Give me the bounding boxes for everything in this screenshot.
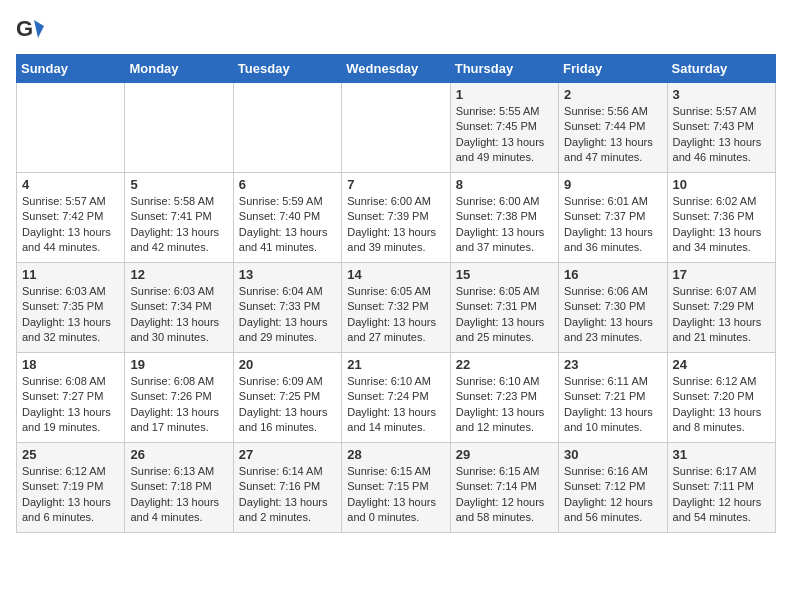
day-number: 17	[673, 267, 770, 282]
day-content: Sunrise: 6:15 AM Sunset: 7:15 PM Dayligh…	[347, 464, 444, 526]
day-content: Sunrise: 6:12 AM Sunset: 7:20 PM Dayligh…	[673, 374, 770, 436]
calendar-week-row: 18Sunrise: 6:08 AM Sunset: 7:27 PM Dayli…	[17, 353, 776, 443]
calendar-cell: 1Sunrise: 5:55 AM Sunset: 7:45 PM Daylig…	[450, 83, 558, 173]
day-content: Sunrise: 5:58 AM Sunset: 7:41 PM Dayligh…	[130, 194, 227, 256]
day-content: Sunrise: 5:59 AM Sunset: 7:40 PM Dayligh…	[239, 194, 336, 256]
day-content: Sunrise: 5:57 AM Sunset: 7:43 PM Dayligh…	[673, 104, 770, 166]
calendar-cell: 14Sunrise: 6:05 AM Sunset: 7:32 PM Dayli…	[342, 263, 450, 353]
day-number: 1	[456, 87, 553, 102]
calendar-cell: 22Sunrise: 6:10 AM Sunset: 7:23 PM Dayli…	[450, 353, 558, 443]
day-content: Sunrise: 6:14 AM Sunset: 7:16 PM Dayligh…	[239, 464, 336, 526]
day-content: Sunrise: 6:05 AM Sunset: 7:31 PM Dayligh…	[456, 284, 553, 346]
day-number: 28	[347, 447, 444, 462]
header-cell-wednesday: Wednesday	[342, 55, 450, 83]
header-cell-monday: Monday	[125, 55, 233, 83]
day-content: Sunrise: 6:00 AM Sunset: 7:39 PM Dayligh…	[347, 194, 444, 256]
day-content: Sunrise: 6:10 AM Sunset: 7:23 PM Dayligh…	[456, 374, 553, 436]
calendar-cell: 23Sunrise: 6:11 AM Sunset: 7:21 PM Dayli…	[559, 353, 667, 443]
day-number: 3	[673, 87, 770, 102]
day-number: 19	[130, 357, 227, 372]
day-number: 20	[239, 357, 336, 372]
day-number: 24	[673, 357, 770, 372]
day-content: Sunrise: 6:06 AM Sunset: 7:30 PM Dayligh…	[564, 284, 661, 346]
day-number: 12	[130, 267, 227, 282]
day-number: 15	[456, 267, 553, 282]
header: G	[16, 16, 776, 44]
calendar-cell: 31Sunrise: 6:17 AM Sunset: 7:11 PM Dayli…	[667, 443, 775, 533]
svg-text:G: G	[16, 16, 33, 41]
day-content: Sunrise: 6:15 AM Sunset: 7:14 PM Dayligh…	[456, 464, 553, 526]
day-number: 10	[673, 177, 770, 192]
calendar-week-row: 25Sunrise: 6:12 AM Sunset: 7:19 PM Dayli…	[17, 443, 776, 533]
day-content: Sunrise: 6:12 AM Sunset: 7:19 PM Dayligh…	[22, 464, 119, 526]
calendar-cell: 28Sunrise: 6:15 AM Sunset: 7:15 PM Dayli…	[342, 443, 450, 533]
day-content: Sunrise: 6:17 AM Sunset: 7:11 PM Dayligh…	[673, 464, 770, 526]
day-number: 5	[130, 177, 227, 192]
calendar-cell	[125, 83, 233, 173]
day-number: 13	[239, 267, 336, 282]
calendar-table: SundayMondayTuesdayWednesdayThursdayFrid…	[16, 54, 776, 533]
day-number: 23	[564, 357, 661, 372]
day-number: 22	[456, 357, 553, 372]
calendar-cell: 18Sunrise: 6:08 AM Sunset: 7:27 PM Dayli…	[17, 353, 125, 443]
calendar-cell: 10Sunrise: 6:02 AM Sunset: 7:36 PM Dayli…	[667, 173, 775, 263]
day-number: 18	[22, 357, 119, 372]
day-content: Sunrise: 6:13 AM Sunset: 7:18 PM Dayligh…	[130, 464, 227, 526]
day-number: 4	[22, 177, 119, 192]
day-content: Sunrise: 6:03 AM Sunset: 7:35 PM Dayligh…	[22, 284, 119, 346]
day-number: 6	[239, 177, 336, 192]
calendar-cell: 26Sunrise: 6:13 AM Sunset: 7:18 PM Dayli…	[125, 443, 233, 533]
calendar-cell	[233, 83, 341, 173]
header-cell-thursday: Thursday	[450, 55, 558, 83]
day-content: Sunrise: 5:56 AM Sunset: 7:44 PM Dayligh…	[564, 104, 661, 166]
day-number: 2	[564, 87, 661, 102]
day-number: 7	[347, 177, 444, 192]
calendar-cell: 13Sunrise: 6:04 AM Sunset: 7:33 PM Dayli…	[233, 263, 341, 353]
calendar-cell: 11Sunrise: 6:03 AM Sunset: 7:35 PM Dayli…	[17, 263, 125, 353]
day-content: Sunrise: 6:10 AM Sunset: 7:24 PM Dayligh…	[347, 374, 444, 436]
header-cell-saturday: Saturday	[667, 55, 775, 83]
calendar-cell: 2Sunrise: 5:56 AM Sunset: 7:44 PM Daylig…	[559, 83, 667, 173]
calendar-cell: 29Sunrise: 6:15 AM Sunset: 7:14 PM Dayli…	[450, 443, 558, 533]
calendar-cell: 21Sunrise: 6:10 AM Sunset: 7:24 PM Dayli…	[342, 353, 450, 443]
day-number: 29	[456, 447, 553, 462]
calendar-cell	[342, 83, 450, 173]
calendar-body: 1Sunrise: 5:55 AM Sunset: 7:45 PM Daylig…	[17, 83, 776, 533]
day-number: 11	[22, 267, 119, 282]
calendar-week-row: 1Sunrise: 5:55 AM Sunset: 7:45 PM Daylig…	[17, 83, 776, 173]
header-cell-friday: Friday	[559, 55, 667, 83]
day-content: Sunrise: 6:02 AM Sunset: 7:36 PM Dayligh…	[673, 194, 770, 256]
calendar-cell: 27Sunrise: 6:14 AM Sunset: 7:16 PM Dayli…	[233, 443, 341, 533]
day-number: 31	[673, 447, 770, 462]
day-content: Sunrise: 6:04 AM Sunset: 7:33 PM Dayligh…	[239, 284, 336, 346]
calendar-cell: 19Sunrise: 6:08 AM Sunset: 7:26 PM Dayli…	[125, 353, 233, 443]
calendar-cell: 6Sunrise: 5:59 AM Sunset: 7:40 PM Daylig…	[233, 173, 341, 263]
day-content: Sunrise: 5:55 AM Sunset: 7:45 PM Dayligh…	[456, 104, 553, 166]
calendar-cell: 3Sunrise: 5:57 AM Sunset: 7:43 PM Daylig…	[667, 83, 775, 173]
calendar-week-row: 11Sunrise: 6:03 AM Sunset: 7:35 PM Dayli…	[17, 263, 776, 353]
day-content: Sunrise: 6:01 AM Sunset: 7:37 PM Dayligh…	[564, 194, 661, 256]
logo: G	[16, 16, 48, 44]
calendar-cell: 5Sunrise: 5:58 AM Sunset: 7:41 PM Daylig…	[125, 173, 233, 263]
day-content: Sunrise: 6:00 AM Sunset: 7:38 PM Dayligh…	[456, 194, 553, 256]
day-content: Sunrise: 6:08 AM Sunset: 7:26 PM Dayligh…	[130, 374, 227, 436]
day-number: 26	[130, 447, 227, 462]
calendar-cell: 8Sunrise: 6:00 AM Sunset: 7:38 PM Daylig…	[450, 173, 558, 263]
day-number: 8	[456, 177, 553, 192]
day-number: 16	[564, 267, 661, 282]
calendar-cell: 7Sunrise: 6:00 AM Sunset: 7:39 PM Daylig…	[342, 173, 450, 263]
day-number: 14	[347, 267, 444, 282]
calendar-cell: 20Sunrise: 6:09 AM Sunset: 7:25 PM Dayli…	[233, 353, 341, 443]
day-number: 30	[564, 447, 661, 462]
calendar-cell: 24Sunrise: 6:12 AM Sunset: 7:20 PM Dayli…	[667, 353, 775, 443]
logo-icon: G	[16, 16, 44, 44]
calendar-cell: 9Sunrise: 6:01 AM Sunset: 7:37 PM Daylig…	[559, 173, 667, 263]
calendar-cell: 15Sunrise: 6:05 AM Sunset: 7:31 PM Dayli…	[450, 263, 558, 353]
calendar-cell: 16Sunrise: 6:06 AM Sunset: 7:30 PM Dayli…	[559, 263, 667, 353]
calendar-week-row: 4Sunrise: 5:57 AM Sunset: 7:42 PM Daylig…	[17, 173, 776, 263]
svg-marker-1	[34, 20, 44, 38]
calendar-cell: 4Sunrise: 5:57 AM Sunset: 7:42 PM Daylig…	[17, 173, 125, 263]
day-content: Sunrise: 6:08 AM Sunset: 7:27 PM Dayligh…	[22, 374, 119, 436]
day-content: Sunrise: 6:07 AM Sunset: 7:29 PM Dayligh…	[673, 284, 770, 346]
calendar-cell: 25Sunrise: 6:12 AM Sunset: 7:19 PM Dayli…	[17, 443, 125, 533]
